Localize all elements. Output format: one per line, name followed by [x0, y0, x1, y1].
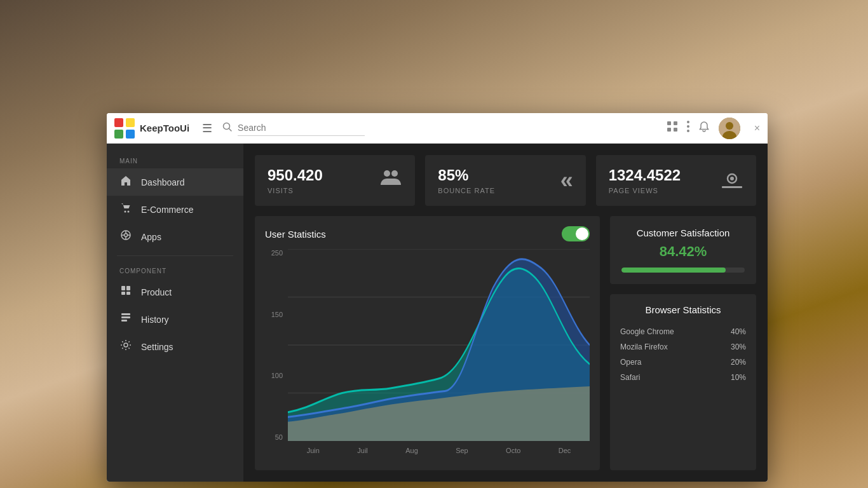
browser-pct-chrome: 40% [731, 327, 746, 336]
bounce-value: 85% [438, 166, 495, 184]
stats-row: 950.420 VISITS 85% BOUNCE RATE [255, 155, 756, 206]
svg-rect-2 [114, 130, 123, 139]
x-label-dec: Dec [559, 447, 571, 454]
svg-line-5 [229, 128, 232, 131]
chart-svg-container [288, 249, 590, 441]
y-axis-labels: 250 150 100 50 [265, 249, 288, 441]
bounce-icon: « [560, 167, 573, 194]
sidebar-item-dashboard[interactable]: Dashboard [107, 168, 243, 196]
sidebar-divider [117, 255, 233, 256]
svg-rect-1 [126, 118, 135, 127]
pageviews-value: 1324.4522 [609, 166, 681, 184]
svg-rect-3 [126, 130, 135, 139]
pageviews-label: PAGE VIEWS [609, 187, 681, 194]
y-label-50: 50 [275, 433, 283, 441]
chart-area: 250 150 100 50 [265, 249, 590, 460]
x-label-octo: Octo [506, 447, 520, 454]
browser-row-safari: Safari 10% [620, 370, 746, 385]
bottom-row: User Statistics 250 150 100 50 [255, 216, 756, 470]
more-options-icon[interactable] [687, 121, 689, 135]
stat-card-visits: 950.420 VISITS [255, 155, 415, 206]
stat-visits-info: 950.420 VISITS [268, 166, 323, 194]
browser-name-chrome: Google Chrome [620, 327, 674, 336]
sidebar-item-product[interactable]: Product [107, 278, 243, 306]
svg-point-16 [125, 211, 126, 213]
y-label-150: 150 [271, 311, 283, 318]
search-icon [222, 122, 233, 135]
svg-rect-27 [126, 292, 130, 295]
search-container [222, 120, 477, 136]
sidebar-item-settings[interactable]: Settings [107, 333, 243, 360]
x-label-juil: Juil [357, 447, 368, 454]
stat-bounce-info: 85% BOUNCE RATE [438, 166, 495, 194]
x-label-juin: Juin [307, 447, 320, 454]
svg-rect-24 [121, 286, 125, 290]
home-icon [119, 175, 132, 189]
svg-rect-7 [674, 121, 677, 125]
browser-name-safari: Safari [620, 373, 640, 382]
svg-point-33 [391, 170, 398, 177]
sidebar-apps-label: Apps [141, 232, 161, 242]
sidebar-dashboard-label: Dashboard [141, 177, 185, 187]
browser-pct-opera: 20% [731, 358, 746, 367]
chart-toggle[interactable] [562, 226, 590, 241]
svg-rect-36 [722, 186, 742, 188]
browser-row-opera: Opera 20% [620, 355, 746, 370]
main-layout: MAIN Dashboard E-Commerce [107, 144, 768, 482]
sidebar-history-label: History [141, 315, 169, 325]
search-input[interactable] [238, 120, 365, 136]
svg-point-10 [687, 121, 689, 123]
apps-icon [119, 229, 132, 244]
chart-header: User Statistics [265, 226, 590, 241]
app-window: KeepTooUi ☰ [107, 113, 768, 482]
satisfaction-card: Customer Satisfaction 84.42% [610, 216, 756, 284]
ecommerce-icon [119, 202, 132, 217]
menu-icon[interactable]: ☰ [202, 121, 212, 135]
browser-row-firefox: Mozila Firefox 30% [620, 339, 746, 355]
svg-rect-9 [674, 128, 677, 132]
bounce-label: BOUNCE RATE [438, 187, 495, 194]
sidebar: MAIN Dashboard E-Commerce [107, 144, 243, 482]
sidebar-main-label: MAIN [107, 151, 243, 168]
satisfaction-bar-fill [621, 268, 726, 273]
browser-card: Browser Statistics Google Chrome 40% Moz… [610, 294, 756, 470]
visits-icon [379, 167, 402, 194]
sidebar-component-label: COMPONENT [107, 261, 243, 278]
visits-label: VISITS [268, 187, 323, 194]
visits-value: 950.420 [268, 166, 323, 184]
pageviews-icon [721, 167, 743, 194]
satisfaction-value: 84.42% [621, 243, 745, 260]
stat-card-pageviews: 1324.4522 PAGE VIEWS [596, 155, 756, 206]
svg-rect-26 [121, 292, 125, 295]
right-panel: Customer Satisfaction 84.42% Browser Sta… [610, 216, 756, 470]
svg-rect-28 [121, 313, 130, 315]
grid-icon[interactable] [667, 121, 678, 135]
svg-point-19 [125, 234, 128, 237]
content-area: 950.420 VISITS 85% BOUNCE RATE [243, 144, 768, 482]
svg-rect-25 [126, 286, 130, 290]
sidebar-ecommerce-label: E-Commerce [141, 205, 193, 215]
app-logo [114, 118, 135, 139]
sidebar-settings-label: Settings [141, 342, 173, 352]
y-label-250: 250 [271, 249, 283, 257]
browser-pct-firefox: 30% [731, 342, 746, 351]
svg-rect-8 [667, 128, 671, 132]
satisfaction-title: Customer Satisfaction [621, 227, 745, 238]
sidebar-item-apps[interactable]: Apps [107, 223, 243, 250]
sidebar-item-history[interactable]: History [107, 306, 243, 333]
chart-title: User Statistics [265, 229, 326, 240]
svg-point-31 [124, 343, 128, 347]
close-icon[interactable]: × [754, 123, 760, 134]
x-label-sep: Sep [456, 447, 468, 454]
svg-point-11 [687, 125, 689, 128]
toggle-knob [576, 227, 588, 240]
chart-card: User Statistics 250 150 100 50 [255, 216, 600, 470]
svg-rect-29 [121, 316, 130, 318]
notification-icon[interactable] [698, 121, 710, 135]
browser-name-opera: Opera [620, 358, 641, 367]
satisfaction-bar-bg [621, 268, 745, 273]
sidebar-item-ecommerce[interactable]: E-Commerce [107, 196, 243, 223]
avatar[interactable] [719, 118, 740, 139]
browser-name-firefox: Mozila Firefox [620, 342, 668, 351]
product-icon [119, 285, 132, 299]
